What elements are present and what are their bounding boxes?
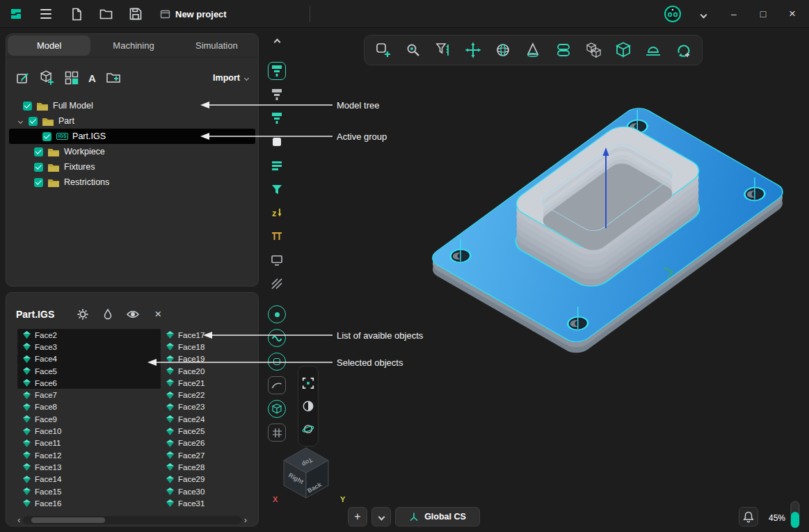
pattern-icon[interactable]: [65, 71, 79, 85]
face-item[interactable]: Face24: [161, 413, 251, 425]
face-item[interactable]: Face14: [17, 474, 161, 485]
rotate-sphere-icon[interactable]: [492, 39, 514, 61]
tool-setup-icon[interactable]: [432, 39, 454, 61]
eye-icon[interactable]: [125, 307, 141, 322]
face-item[interactable]: Face23: [161, 401, 251, 413]
meshes-filter-icon[interactable]: [268, 424, 286, 442]
text-tool-icon[interactable]: A: [88, 72, 96, 84]
tree-item-part[interactable]: Part: [9, 113, 255, 129]
scroll-left-icon[interactable]: ‹: [17, 515, 20, 524]
assistant-expand-button[interactable]: [696, 8, 711, 21]
machine-schematic-icon[interactable]: [268, 86, 286, 104]
face-item[interactable]: Face10: [17, 425, 161, 437]
close-button[interactable]: ×: [783, 6, 801, 22]
add-solid-icon[interactable]: [40, 70, 55, 86]
move-object-icon[interactable]: [462, 39, 484, 61]
tree-item-part-igs-selected[interactable]: IGS Part.IGS: [9, 129, 255, 144]
face-item[interactable]: Face28: [161, 461, 251, 473]
tab-machining[interactable]: Machining: [92, 34, 175, 57]
global-cs-button[interactable]: Global CS: [395, 507, 480, 526]
cs-dropdown-button[interactable]: [371, 507, 391, 526]
face-item[interactable]: Face7: [17, 389, 161, 401]
screen-icon[interactable]: [268, 251, 286, 269]
workpiece-dome-icon[interactable]: [642, 39, 664, 61]
face-item[interactable]: Face29: [161, 474, 251, 485]
face-item[interactable]: Face5: [17, 365, 161, 377]
face-item[interactable]: Face16: [17, 497, 161, 509]
face-item[interactable]: Face17: [161, 329, 251, 341]
curves-filter-icon[interactable]: [268, 329, 286, 347]
face-item[interactable]: Face27: [161, 449, 251, 461]
close-panel-icon[interactable]: ×: [150, 307, 166, 322]
part-setup-icon[interactable]: [612, 39, 634, 61]
fit-view-icon[interactable]: [302, 377, 314, 389]
face-item[interactable]: Face20: [161, 365, 251, 377]
sheets-filter-icon[interactable]: [268, 376, 286, 394]
gear-icon[interactable]: [75, 307, 90, 322]
main-menu-button[interactable]: [38, 6, 54, 22]
face-item[interactable]: Face21: [161, 377, 251, 389]
stock-setup-icon[interactable]: [552, 39, 575, 61]
inspect-geometry-icon[interactable]: [402, 39, 424, 61]
tab-simulation[interactable]: Simulation: [175, 34, 258, 57]
transform-axes-icon[interactable]: [672, 39, 694, 61]
droplet-icon[interactable]: [100, 307, 115, 322]
layers-view-icon[interactable]: [268, 156, 286, 175]
face-item[interactable]: Face8: [17, 401, 161, 413]
surfaces-filter-icon[interactable]: [268, 353, 286, 371]
face-item[interactable]: Face3: [17, 341, 161, 353]
face-item[interactable]: Face30: [161, 485, 251, 497]
solids-filter-icon[interactable]: [268, 400, 286, 418]
maximize-button[interactable]: □: [754, 6, 772, 22]
fixtures-setup-icon[interactable]: [582, 39, 604, 61]
shading-mode-icon[interactable]: [302, 400, 314, 412]
checkbox-checked[interactable]: [34, 178, 43, 187]
tree-item-full-model[interactable]: Full Model: [9, 98, 255, 113]
navigation-cube[interactable]: Top Right Back X Y: [271, 442, 348, 509]
points-filter-icon[interactable]: [268, 305, 286, 323]
minimize-button[interactable]: –: [725, 6, 743, 22]
add-cs-button[interactable]: +: [348, 507, 367, 526]
checkbox-checked[interactable]: [34, 147, 43, 156]
face-item[interactable]: Face13: [17, 461, 161, 473]
expander-chevron-icon[interactable]: [18, 118, 23, 123]
face-item[interactable]: Face9: [17, 413, 161, 425]
save-project-button[interactable]: [127, 6, 144, 22]
filter-icon[interactable]: [268, 180, 286, 198]
workpiece-view-icon[interactable]: [268, 133, 286, 151]
notifications-button[interactable]: [739, 507, 758, 526]
machine-view-icon[interactable]: [268, 62, 286, 80]
face-item[interactable]: Face15: [17, 485, 161, 497]
scroll-right-icon[interactable]: ›: [244, 515, 247, 524]
face-item[interactable]: Face11: [17, 437, 161, 449]
face-item[interactable]: Face25: [161, 425, 251, 437]
checkbox-checked[interactable]: [23, 102, 32, 111]
tree-item-workpiece[interactable]: Workpiece: [9, 144, 255, 159]
measure-icon[interactable]: [268, 227, 286, 245]
face-item[interactable]: Face31: [161, 497, 251, 509]
toolbar-scroll-up-button[interactable]: [268, 33, 286, 51]
face-item[interactable]: Face4: [17, 353, 161, 365]
z-level-icon[interactable]: z: [268, 204, 286, 222]
import-button[interactable]: Import: [213, 73, 248, 83]
hatch-icon[interactable]: [268, 275, 286, 293]
part-3d-view[interactable]: [386, 68, 809, 367]
interpreter-view-icon[interactable]: [268, 109, 286, 127]
add-folder-icon[interactable]: [106, 71, 121, 85]
tree-item-fixtures[interactable]: Fixtures: [9, 159, 255, 175]
new-file-button[interactable]: [68, 6, 85, 22]
scrollbar-thumb[interactable]: [31, 517, 105, 523]
rotate-view-icon[interactable]: [302, 423, 314, 435]
assistant-icon[interactable]: [664, 6, 681, 22]
chamfer-tool-icon[interactable]: [522, 39, 544, 61]
face-item[interactable]: Face2: [17, 329, 161, 341]
checkbox-checked[interactable]: [42, 132, 51, 141]
checkbox-checked[interactable]: [34, 163, 43, 172]
face-item[interactable]: Face18: [161, 341, 251, 353]
face-item[interactable]: Face19: [161, 353, 251, 365]
open-project-button[interactable]: [97, 6, 114, 22]
tree-item-restrictions[interactable]: Restrictions: [9, 175, 255, 190]
face-item[interactable]: Face6: [17, 377, 161, 389]
face-item[interactable]: Face12: [17, 449, 161, 461]
face-item[interactable]: Face22: [161, 389, 251, 401]
